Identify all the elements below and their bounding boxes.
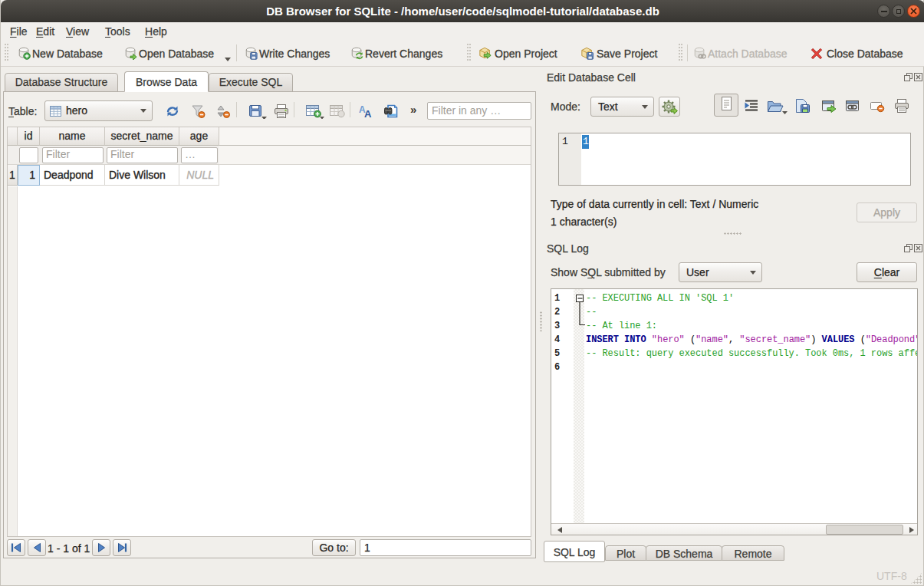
svg-text:A: A xyxy=(364,108,372,119)
